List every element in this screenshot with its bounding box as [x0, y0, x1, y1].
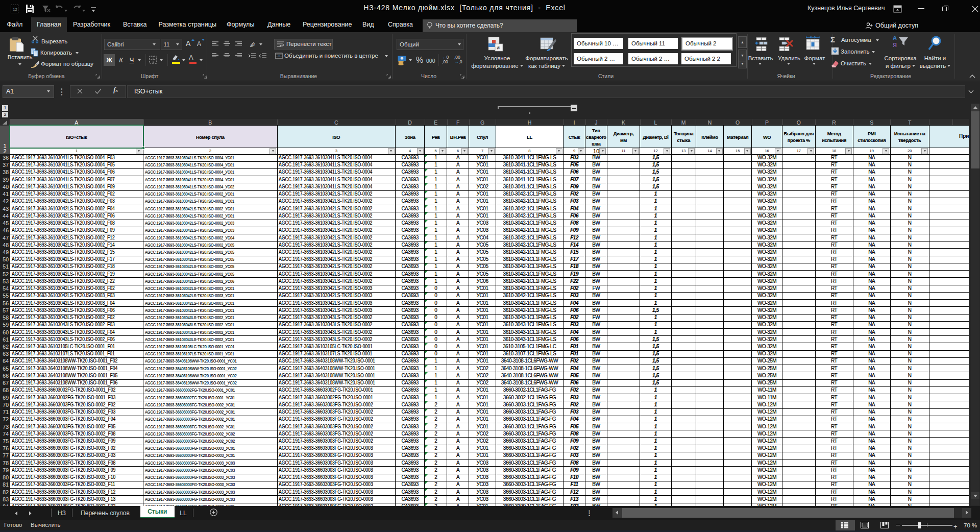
svg-text:≠: ≠: [497, 44, 500, 51]
